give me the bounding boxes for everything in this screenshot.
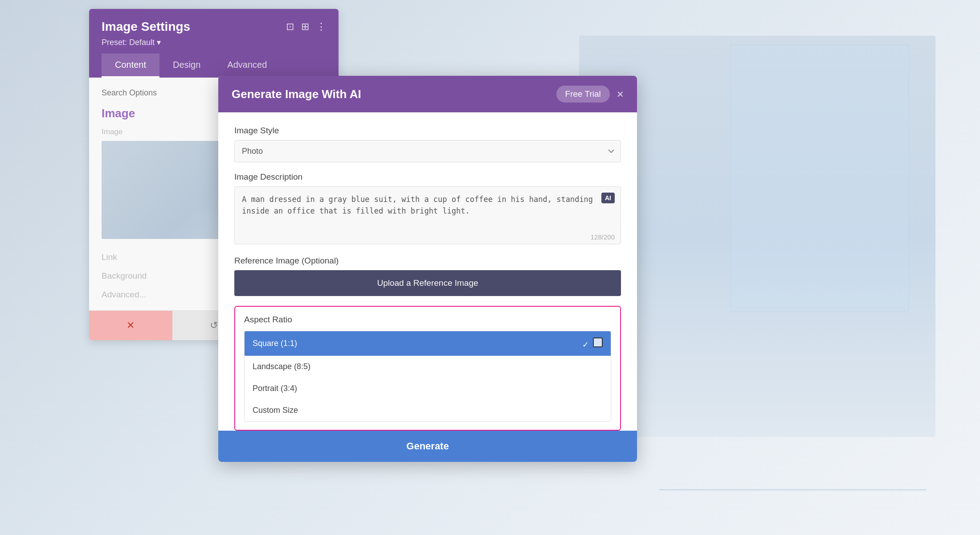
checkmark-icon: ✓ xyxy=(582,340,589,349)
description-wrapper: A man dressed in a gray blue suit, with … xyxy=(234,186,621,246)
free-trial-badge[interactable]: Free Trial xyxy=(556,86,610,103)
cancel-button[interactable]: ✕ xyxy=(89,311,172,340)
search-input[interactable] xyxy=(102,88,205,98)
close-button[interactable]: × xyxy=(617,88,624,100)
ai-dialog-body: Image Style Photo Image Description A ma… xyxy=(218,112,637,431)
ai-dialog-header: Generate Image With AI Free Trial × xyxy=(218,76,637,112)
settings-header: Image Settings ⊡ ⊞ ⋮ Preset: Default ▾ C… xyxy=(89,9,339,78)
image-style-select[interactable]: Photo xyxy=(234,140,621,162)
bg-window-decoration xyxy=(731,45,909,312)
description-textarea[interactable]: A man dressed in a gray blue suit, with … xyxy=(234,186,621,244)
settings-tabs: Content Design Advanced xyxy=(102,54,326,78)
tab-content[interactable]: Content xyxy=(102,54,159,78)
aspect-ratio-section: Aspect Ratio Square (1:1) ✓ Landscape (8… xyxy=(234,306,621,431)
ai-badge: AI xyxy=(601,193,615,203)
settings-title-row: Image Settings ⊡ ⊞ ⋮ xyxy=(102,20,326,34)
upload-reference-button[interactable]: Upload a Reference Image xyxy=(234,270,621,296)
aspect-ratio-option-square[interactable]: Square (1:1) ✓ xyxy=(245,331,611,356)
image-style-label: Image Style xyxy=(234,126,621,136)
expand-icon[interactable]: ⊡ xyxy=(286,21,294,33)
tab-design[interactable]: Design xyxy=(159,54,214,78)
aspect-ratio-option-portrait[interactable]: Portrait (3:4) xyxy=(245,378,611,399)
settings-preset[interactable]: Preset: Default ▾ xyxy=(102,37,326,47)
aspect-ratio-option-custom[interactable]: Custom Size xyxy=(245,399,611,421)
generate-button[interactable]: Generate xyxy=(218,431,637,462)
columns-icon[interactable]: ⊞ xyxy=(301,21,309,33)
ai-dialog-header-right: Free Trial × xyxy=(556,86,624,103)
char-count: 128/200 xyxy=(591,233,615,241)
tab-advanced[interactable]: Advanced xyxy=(214,54,280,78)
aspect-ratio-label: Aspect Ratio xyxy=(244,315,611,325)
settings-header-icons: ⊡ ⊞ ⋮ xyxy=(286,21,326,33)
aspect-ratio-option-landscape[interactable]: Landscape (8:5) xyxy=(245,356,611,378)
bg-desk-decoration xyxy=(659,489,927,490)
cursor-indicator xyxy=(593,337,603,347)
aspect-ratio-dropdown: Square (1:1) ✓ Landscape (8:5) Portrait … xyxy=(244,331,611,422)
ai-dialog: Generate Image With AI Free Trial × Imag… xyxy=(218,76,637,462)
image-description-label: Image Description xyxy=(234,172,621,182)
settings-title: Image Settings xyxy=(102,20,190,34)
ai-dialog-title: Generate Image With AI xyxy=(232,87,361,101)
more-icon[interactable]: ⋮ xyxy=(316,21,326,33)
reference-image-label: Reference Image (Optional) xyxy=(234,256,621,266)
